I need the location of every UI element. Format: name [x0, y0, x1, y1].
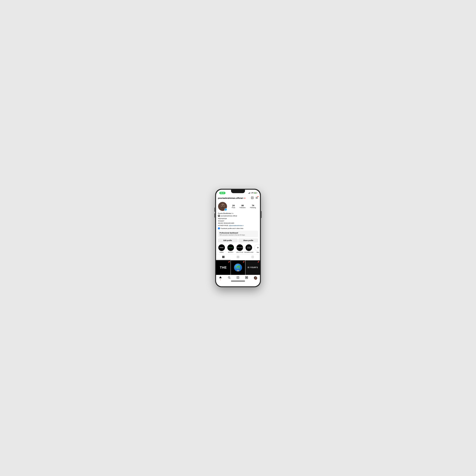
signal-bar-2 [249, 193, 249, 194]
svg-line-24 [230, 278, 230, 279]
profile-top-row: + 24 Posts 80 Followers 74 F [218, 202, 258, 211]
menu-notification-dot [257, 196, 258, 197]
post-globe-2 [231, 260, 245, 275]
highlight-circle-new: + [255, 244, 260, 251]
phone-frame: 08:37 LTE ⚡ pouriaebrahimia [215, 189, 261, 287]
external-link-text: Facebook profile and 4 other links [221, 228, 243, 229]
highlight-piano[interactable]: PIANO PIANO [218, 244, 225, 253]
highlight-circle-spotify: SPOTIFY [227, 244, 234, 251]
notch [231, 190, 245, 193]
following-count: 74 [252, 204, 254, 207]
power-button[interactable] [261, 211, 262, 218]
posts-count: 24 [232, 204, 235, 207]
threads-icon [218, 215, 220, 217]
profile-section: + 24 Posts 80 Followers 74 F [216, 201, 260, 242]
svg-rect-17 [237, 256, 239, 258]
home-indicator [231, 281, 245, 281]
svg-point-18 [238, 256, 238, 257]
instagram-content[interactable]: pouriaebrahimian.official ▾ [216, 195, 260, 286]
facebook-icon: f [218, 227, 220, 229]
new-post-button[interactable] [251, 196, 254, 200]
nav-search[interactable] [228, 276, 231, 280]
tagged-tab-icon [251, 256, 254, 259]
profile-header: pouriaebrahimian.official ▾ [216, 195, 260, 201]
search-icon [228, 276, 231, 280]
tab-reels[interactable] [231, 255, 245, 260]
grid-tab-icon [222, 256, 225, 259]
highlights-row: PIANO PIANO SPOTIFY SPOTIFY LIFE STYLE L… [216, 244, 260, 255]
thread-link[interactable]: pouriaebrahimian.official [218, 215, 258, 217]
external-links[interactable]: f Facebook profile and 4 other links [218, 227, 258, 229]
svg-point-23 [228, 277, 230, 278]
username-dropdown[interactable]: ▾ [243, 197, 244, 199]
highlight-image-piano: PIANO [219, 244, 225, 251]
svg-point-9 [221, 205, 222, 206]
bio-text: •REPORTER •PIANIST •MUSIC RESEARCHER •OT… [218, 218, 258, 227]
highlight-label-lifestyle: LIFE STYLE [236, 252, 243, 253]
signal-bar-1 [248, 193, 249, 194]
edit-profile-button[interactable]: Edit profile [218, 238, 238, 242]
followers-stat[interactable]: 80 Followers [240, 204, 246, 208]
profile-name: Pouria Ebrahimian he [218, 212, 258, 214]
post-item-3[interactable]: 📌 IS YOUR'S [245, 260, 260, 275]
nav-profile[interactable] [254, 276, 257, 279]
menu-button[interactable] [255, 196, 258, 200]
bio-link-text[interactable]: @pouriaebrahimian.ir [229, 225, 243, 226]
signal-bar-4 [250, 192, 250, 194]
highlight-spotify[interactable]: SPOTIFY SPOTIFY [227, 244, 234, 253]
svg-rect-28 [245, 276, 248, 279]
following-label: Following [250, 207, 256, 208]
chevron-down-icon: ▾ [243, 197, 244, 199]
thread-handle-text: pouriaebrahimian.official [221, 215, 237, 217]
highlight-label-soundcloud: SOUNDCLOUD [244, 252, 253, 253]
professional-dashboard[interactable]: Professional dashboard 595 accounts reac… [218, 231, 258, 237]
highlight-lifestyle[interactable]: LIFE STYLE LIFE STYLE [236, 244, 243, 253]
posts-label: Posts [232, 207, 235, 208]
share-profile-button[interactable]: Share profile [238, 238, 258, 242]
following-stat[interactable]: 74 Following [250, 204, 256, 208]
followers-count: 80 [241, 204, 244, 207]
posts-stat[interactable]: 24 Posts [232, 204, 235, 208]
status-right: LTE ⚡ [248, 192, 257, 194]
profile-nav-avatar [254, 276, 257, 279]
bio-line-4: •OTHER PAGE: @pouriaebrahimian.ir [218, 224, 258, 227]
username-text: pouriaebrahimian.official [218, 197, 243, 199]
highlight-image-soundcloud: SOUND CLOUD [246, 244, 252, 251]
volume-down-button[interactable] [214, 213, 215, 218]
highlight-label-new: New [256, 252, 259, 253]
stats-row: 24 Posts 80 Followers 74 Following [230, 204, 258, 208]
highlight-image-spotify: SPOTIFY [228, 244, 234, 251]
post-text-3: IS YOUR'S [245, 260, 260, 275]
volume-up-button[interactable] [214, 207, 215, 212]
svg-point-10 [223, 205, 224, 206]
tab-grid[interactable] [216, 255, 231, 260]
home-icon [219, 276, 222, 280]
bio-line-2: •PIANIST [218, 220, 258, 222]
post-item-1[interactable]: 📌 THE [216, 260, 231, 275]
add-story-button[interactable]: + [224, 208, 227, 211]
highlight-new[interactable]: + New [254, 244, 260, 253]
bio-line-3: •MUSIC RESEARCHER [218, 222, 258, 224]
highlight-label-piano: PIANO [220, 252, 224, 253]
signal-icon [248, 192, 250, 194]
posts-grid: 📌 THE 📌 [216, 260, 260, 275]
post-text-1: THE [216, 260, 231, 275]
followers-label: Followers [240, 207, 246, 208]
svg-point-29 [246, 277, 247, 278]
highlight-circle-piano: PIANO [218, 244, 225, 251]
post-item-2[interactable]: 📌 [231, 260, 245, 275]
tab-tagged[interactable] [245, 255, 260, 260]
nav-home[interactable] [219, 276, 222, 280]
highlight-circle-lifestyle: LIFE STYLE [236, 244, 243, 251]
battery-bolt-icon: ⚡ [255, 192, 256, 193]
content-tabs [216, 255, 260, 260]
highlight-image-lifestyle: LIFE STYLE [237, 244, 243, 251]
highlight-soundcloud[interactable]: SOUND CLOUD SOUNDCLOUD [245, 244, 253, 253]
highlight-circle-soundcloud: SOUND CLOUD [245, 244, 252, 251]
nav-reels[interactable] [245, 276, 248, 280]
create-icon [237, 276, 239, 280]
status-time: 08:37 [219, 192, 225, 194]
svg-point-33 [255, 277, 256, 279]
dashboard-subtitle: 595 accounts reached in the last 30 days… [220, 234, 256, 236]
nav-create[interactable] [237, 276, 239, 280]
